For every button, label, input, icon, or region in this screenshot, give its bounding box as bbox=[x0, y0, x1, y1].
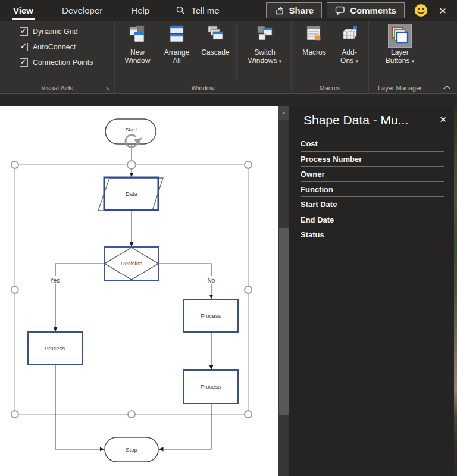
shape-label: Data bbox=[126, 190, 138, 197]
tell-me-label: Tell me bbox=[191, 5, 220, 15]
panel-title: Shape Data - Mu... bbox=[303, 113, 408, 127]
search-icon bbox=[176, 5, 186, 15]
panel-close-icon[interactable]: × bbox=[440, 114, 446, 125]
drawing-canvas[interactable]: Yes No Start Data bbox=[0, 106, 278, 476]
close-window-button[interactable]: × bbox=[437, 4, 449, 17]
field-label: Process Number bbox=[301, 152, 378, 167]
shape-data[interactable]: Data bbox=[98, 177, 163, 211]
checkbox-checked-icon: ✓ bbox=[20, 27, 28, 36]
connector-decision-yes[interactable] bbox=[55, 264, 105, 331]
tab-developer[interactable]: Developer bbox=[61, 1, 104, 20]
titlebar-right: Share Comments × bbox=[266, 2, 457, 18]
new-window-icon bbox=[128, 24, 147, 43]
comments-button[interactable]: Comments bbox=[327, 2, 405, 18]
button-label: Cascade bbox=[201, 48, 229, 57]
selection-handle[interactable] bbox=[11, 161, 18, 168]
cascade-button[interactable]: Cascade bbox=[197, 23, 234, 82]
selection-handle[interactable] bbox=[245, 161, 252, 168]
macros-button[interactable]: Macros bbox=[295, 23, 333, 82]
layer-buttons-icon bbox=[390, 26, 410, 46]
tab-help[interactable]: Help bbox=[130, 1, 151, 20]
field-value[interactable] bbox=[378, 167, 444, 181]
group-macros: Macros Add- Ons ▾ Macros bbox=[292, 21, 369, 93]
arrange-all-icon bbox=[167, 24, 186, 43]
button-label: Add- bbox=[342, 48, 356, 57]
field-value[interactable] bbox=[378, 152, 444, 167]
button-label: Windows ▾ bbox=[248, 57, 282, 65]
button-label: New bbox=[130, 48, 145, 57]
scroll-up-button[interactable]: ▲ bbox=[278, 106, 289, 120]
selection-handle[interactable] bbox=[11, 286, 18, 293]
add-ons-button[interactable]: Add- Ons ▾ bbox=[333, 23, 365, 82]
connector-left-stop[interactable] bbox=[55, 365, 104, 449]
shape-start[interactable]: Start bbox=[105, 119, 156, 144]
tell-me-search[interactable]: Tell me bbox=[176, 5, 220, 15]
comment-icon bbox=[335, 5, 345, 15]
field-value[interactable] bbox=[378, 182, 444, 197]
connector-right-stop[interactable] bbox=[159, 403, 211, 449]
selection-handle[interactable] bbox=[127, 161, 136, 169]
field-label: Owner bbox=[301, 167, 378, 181]
table-row: Owner bbox=[301, 167, 444, 182]
shape-data-table: Cost Process Number Owner Function Start… bbox=[301, 136, 444, 243]
shape-process-right-1[interactable]: Process bbox=[183, 299, 238, 332]
field-label: Cost bbox=[301, 136, 378, 151]
button-label: Ons ▾ bbox=[340, 57, 358, 65]
field-label: Start Date bbox=[301, 197, 378, 212]
macros-icon bbox=[305, 24, 324, 43]
flowchart-svg: Yes No Start Data bbox=[0, 106, 278, 476]
button-label: All bbox=[173, 57, 180, 65]
selection-handle[interactable] bbox=[128, 411, 135, 418]
selection-handle[interactable] bbox=[245, 286, 252, 293]
feedback-smiley-icon[interactable] bbox=[414, 4, 428, 17]
field-label: Function bbox=[301, 182, 378, 197]
shape-decision[interactable]: Decision bbox=[104, 247, 159, 280]
comments-label: Comments bbox=[350, 5, 396, 15]
desktop-wallpaper-strip bbox=[454, 106, 457, 476]
field-value[interactable] bbox=[378, 197, 444, 212]
vertical-scrollbar[interactable]: ▲ bbox=[278, 106, 289, 476]
collapse-ribbon-icon[interactable] bbox=[443, 85, 451, 90]
main-area: Yes No Start Data bbox=[0, 94, 457, 476]
field-value[interactable] bbox=[378, 212, 444, 227]
shape-label: Process bbox=[45, 345, 65, 352]
group-label-layer-manager: Layer Manager bbox=[369, 84, 431, 92]
tab-view[interactable]: View bbox=[12, 1, 35, 20]
switch-windows-button[interactable]: Switch Windows ▾ bbox=[239, 23, 290, 82]
layer-buttons-tile bbox=[389, 24, 411, 47]
layer-buttons-button[interactable]: Layer Buttons ▾ bbox=[376, 23, 424, 82]
field-value[interactable] bbox=[378, 136, 444, 151]
titlebar: View Developer Help Tell me Share Commen… bbox=[0, 0, 457, 21]
shape-data-panel: Shape Data - Mu... × Cost Process Number… bbox=[289, 106, 454, 476]
scroll-up-icon: ▲ bbox=[281, 110, 286, 115]
connector-decision-no[interactable] bbox=[158, 264, 211, 299]
dropdown-caret-icon: ▾ bbox=[412, 58, 415, 64]
add-ons-icon bbox=[340, 24, 359, 43]
scrollbar-thumb[interactable] bbox=[279, 228, 289, 415]
checkbox-label: Connection Points bbox=[33, 58, 93, 67]
checkbox-connection-points[interactable]: ✓ Connection Points bbox=[20, 58, 114, 67]
selection-handle[interactable] bbox=[11, 411, 18, 418]
button-label: Arrange bbox=[164, 48, 190, 57]
shape-process-right-2[interactable]: Process bbox=[183, 370, 238, 403]
shape-stop[interactable]: Stop bbox=[105, 437, 158, 462]
checkbox-dynamic-grid[interactable]: ✓ Dynamic Grid bbox=[20, 27, 114, 36]
dialog-launcher-icon[interactable]: ↘ bbox=[105, 85, 110, 92]
checkbox-checked-icon: ✓ bbox=[20, 58, 28, 67]
table-row: Start Date bbox=[301, 197, 444, 212]
group-inner-separator bbox=[236, 24, 237, 80]
shape-process-left[interactable]: Process bbox=[28, 332, 82, 365]
new-window-button[interactable]: New Window bbox=[118, 23, 156, 82]
field-value[interactable] bbox=[378, 227, 444, 243]
edge-label-no: No bbox=[208, 277, 215, 284]
group-label-visual-aids: Visual Aids bbox=[0, 84, 114, 92]
arrange-all-button[interactable]: Arrange All bbox=[156, 23, 197, 82]
checkbox-autoconnect[interactable]: ✓ AutoConnect bbox=[20, 43, 114, 51]
selection-handle[interactable] bbox=[245, 411, 252, 418]
ribbon-end bbox=[431, 21, 457, 93]
switch-windows-icon bbox=[255, 24, 274, 43]
dropdown-caret-icon: ▾ bbox=[279, 58, 282, 64]
share-button[interactable]: Share bbox=[266, 2, 323, 18]
button-label: Window bbox=[125, 57, 151, 65]
shape-label: Decision bbox=[121, 260, 142, 267]
